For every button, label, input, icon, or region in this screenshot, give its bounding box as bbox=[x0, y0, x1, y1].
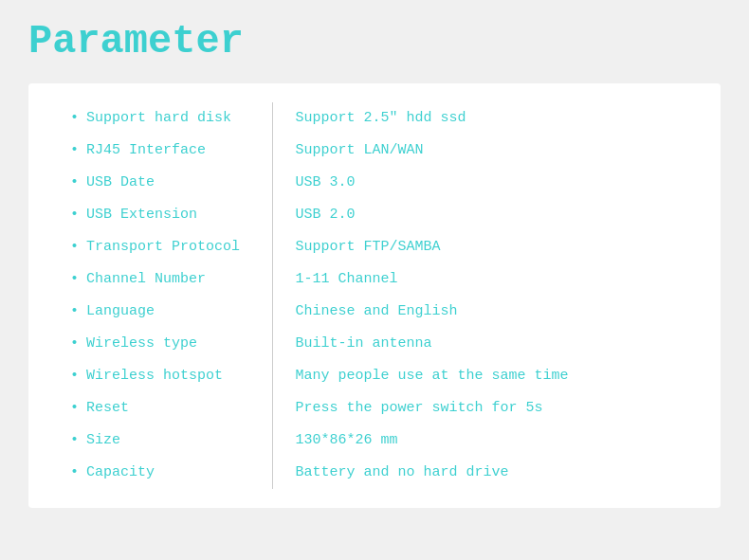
table-row: •USB ExtensionUSB 2.0 bbox=[66, 199, 692, 231]
table-row: •Wireless hotspotMany people use at the … bbox=[66, 360, 692, 392]
param-value: 130*86*26 mm bbox=[292, 425, 692, 457]
column-divider bbox=[272, 231, 292, 263]
table-row: •Support hard diskSupport 2.5" hdd ssd bbox=[66, 102, 692, 135]
column-divider bbox=[272, 425, 292, 457]
param-label: Wireless hotspot bbox=[82, 360, 272, 392]
param-label: RJ45 Interface bbox=[82, 135, 272, 167]
param-label: USB Date bbox=[82, 167, 272, 199]
bullet-icon: • bbox=[66, 296, 82, 328]
page-title: Parameter bbox=[28, 19, 721, 64]
bullet-icon: • bbox=[66, 263, 82, 296]
param-value: Battery and no hard drive bbox=[292, 457, 692, 489]
column-divider bbox=[272, 199, 292, 231]
param-value: Support 2.5" hdd ssd bbox=[292, 102, 692, 135]
param-label: Wireless type bbox=[82, 328, 272, 360]
column-divider bbox=[272, 457, 292, 489]
bullet-icon: • bbox=[66, 167, 82, 199]
page-container: Parameter •Support hard diskSupport 2.5"… bbox=[0, 0, 749, 560]
param-label: Size bbox=[82, 425, 272, 457]
param-label: Reset bbox=[82, 392, 272, 425]
param-label: Language bbox=[82, 296, 272, 328]
bullet-icon: • bbox=[66, 328, 82, 360]
param-label: USB Extension bbox=[82, 199, 272, 231]
table-row: •LanguageChinese and English bbox=[66, 296, 692, 328]
bullet-icon: • bbox=[66, 102, 82, 135]
table-row: •CapacityBattery and no hard drive bbox=[66, 457, 692, 489]
bullet-icon: • bbox=[66, 231, 82, 263]
param-label: Transport Protocol bbox=[82, 231, 272, 263]
column-divider bbox=[272, 296, 292, 328]
param-value: USB 3.0 bbox=[292, 167, 692, 199]
table-row: •Channel Number1-11 Channel bbox=[66, 263, 692, 296]
bullet-icon: • bbox=[66, 360, 82, 392]
param-value: Support FTP/SAMBA bbox=[292, 231, 692, 263]
param-value: Press the power switch for 5s bbox=[292, 392, 692, 425]
bullet-icon: • bbox=[66, 135, 82, 167]
param-label: Capacity bbox=[82, 457, 272, 489]
param-value: Support LAN/WAN bbox=[292, 135, 692, 167]
content-box: •Support hard diskSupport 2.5" hdd ssd•R… bbox=[28, 83, 721, 508]
column-divider bbox=[272, 102, 292, 135]
column-divider bbox=[272, 167, 292, 199]
param-value: Built-in antenna bbox=[292, 328, 692, 360]
param-label: Channel Number bbox=[82, 263, 272, 296]
column-divider bbox=[272, 392, 292, 425]
table-row: •Size130*86*26 mm bbox=[66, 425, 692, 457]
table-row: •Wireless typeBuilt-in antenna bbox=[66, 328, 692, 360]
param-value: 1-11 Channel bbox=[292, 263, 692, 296]
table-row: •USB DateUSB 3.0 bbox=[66, 167, 692, 199]
bullet-icon: • bbox=[66, 425, 82, 457]
table-row: •ResetPress the power switch for 5s bbox=[66, 392, 692, 425]
column-divider bbox=[272, 360, 292, 392]
param-value: USB 2.0 bbox=[292, 199, 692, 231]
bullet-icon: • bbox=[66, 392, 82, 425]
column-divider bbox=[272, 328, 292, 360]
bullet-icon: • bbox=[66, 199, 82, 231]
table-row: •Transport ProtocolSupport FTP/SAMBA bbox=[66, 231, 692, 263]
table-row: •RJ45 InterfaceSupport LAN/WAN bbox=[66, 135, 692, 167]
column-divider bbox=[272, 135, 292, 167]
params-table: •Support hard diskSupport 2.5" hdd ssd•R… bbox=[66, 102, 692, 489]
column-divider bbox=[272, 263, 292, 296]
bullet-icon: • bbox=[66, 457, 82, 489]
param-value: Chinese and English bbox=[292, 296, 692, 328]
param-value: Many people use at the same time bbox=[292, 360, 692, 392]
param-label: Support hard disk bbox=[82, 102, 272, 135]
